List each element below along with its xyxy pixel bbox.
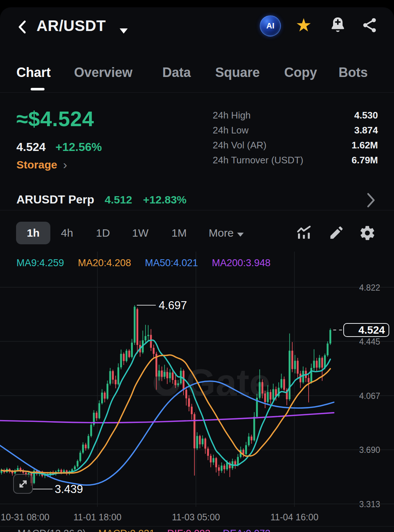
stat-label: 24h High [213,110,251,121]
stat-value: 1.62M [352,140,378,151]
timeframe-4h[interactable]: 4h [61,227,73,239]
svg-text:11-03 05:00: 11-03 05:00 [172,512,220,522]
stat-row-turnover: 24h Turnover (USDT) 6.79M [213,153,378,168]
stats-panel: 24h High 4.530 24h Low 3.874 24h Vol (AR… [213,108,378,168]
sector-label: Storage [16,159,57,171]
favorite-star-icon[interactable]: ★ [296,15,312,35]
timeframe-1d[interactable]: 1D [96,227,110,239]
price-chart-svg[interactable]: 4.8224.4454.0673.6903.3134.6973.43910-31… [0,252,394,526]
tab-data[interactable]: Data [162,65,191,80]
ai-button[interactable]: AI [260,15,281,36]
perp-price: 4.512 [105,194,132,206]
pair-dropdown-icon[interactable] [120,28,128,34]
timeframe-1h[interactable]: 1h [16,222,50,244]
last-price-tag-value: 4.524 [358,324,385,336]
svg-text:10-31 08:00: 10-31 08:00 [1,512,49,522]
last-price: 4.524 [16,140,46,154]
ma50-label: MA50:4.021 [145,257,198,269]
tab-bots[interactable]: Bots [339,65,368,80]
perp-change-percent: +12.83% [143,194,186,206]
timeframe-1w[interactable]: 1W [132,227,148,239]
ma200-label: MA200:3.948 [212,257,271,269]
macd-indicator-row: MACD(12,26,9) MACD:0.021 DIF:0.093 DEA:0… [18,528,270,532]
stat-label: 24h Turnover (USDT) [213,155,304,166]
pair-title[interactable]: AR/USDT [36,17,106,35]
svg-text:11-01 18:00: 11-01 18:00 [73,512,121,522]
app-root: AR/USDT AI ★ Chart Overview Data [0,0,394,532]
svg-text:4.067: 4.067 [359,391,380,401]
svg-text:3.439: 3.439 [55,483,83,496]
share-icon[interactable] [360,16,379,36]
macd-value: MACD:0.021 [98,528,155,532]
tab-overview[interactable]: Overview [74,65,132,80]
last-price-tag: 4.524 [343,323,389,337]
stat-value: 3.874 [354,125,378,136]
stat-row-high: 24h High 4.530 [213,108,378,123]
sector-link[interactable]: Storage › [16,158,67,172]
svg-text:4.697: 4.697 [159,299,187,312]
stat-value: 6.79M [352,155,378,166]
svg-text:3.690: 3.690 [359,445,380,455]
chevron-down-icon [237,233,244,237]
tabs-divider [0,92,394,93]
fullscreen-expand-button[interactable] [13,474,33,494]
tab-copy[interactable]: Copy [284,65,317,80]
approx-price: ≈$4.524 [16,106,94,131]
svg-text:4.822: 4.822 [359,283,380,292]
timeframe-more[interactable]: More [209,227,244,239]
stat-value: 4.530 [354,110,378,121]
perp-name: ARUSDT Perp [16,193,94,206]
active-tab-underline [31,88,45,90]
stat-row-vol: 24h Vol (AR) 1.62M [213,138,378,153]
dea-value: DEA:0.072 [223,528,271,532]
timeframe-1m[interactable]: 1M [171,227,187,239]
macd-divider [0,526,394,527]
macd-params: MACD(12,26,9) [18,528,86,532]
perp-divider [0,210,394,210]
svg-text:11-04 16:00: 11-04 16:00 [270,512,318,522]
more-label: More [209,227,233,239]
stat-row-low: 24h Low 3.874 [213,123,378,138]
svg-text:4.445: 4.445 [359,337,380,346]
dif-value: DIF:0.093 [167,528,210,532]
draw-pencil-icon[interactable] [328,225,344,243]
ma9-label: MA9:4.259 [16,257,64,269]
perp-row[interactable]: ARUSDT Perp 4.512 +12.83% [0,184,394,217]
chart-area[interactable]: Gate 4.8224.4454.0673.6903.3134.6973.439… [0,252,394,526]
settings-gear-icon[interactable] [359,225,376,243]
ai-badge-label: AI [266,21,274,31]
indicators-icon[interactable] [296,225,312,243]
price-alert-bell-icon[interactable] [328,15,347,36]
stat-label: 24h Vol (AR) [213,140,266,151]
svg-text:3.313: 3.313 [359,500,380,509]
change-percent: +12.56% [55,140,102,154]
tab-chart[interactable]: Chart [16,65,51,80]
ma20-label: MA20:4.208 [78,257,131,269]
ma-indicator-row: MA9:4.259 MA20:4.208 MA50:4.021 MA200:3.… [16,257,270,269]
chevron-right-icon: › [63,158,67,172]
tab-square[interactable]: Square [215,65,260,80]
stat-label: 24h Low [213,125,248,136]
back-chevron-icon [15,30,30,36]
back-button[interactable] [15,19,31,35]
